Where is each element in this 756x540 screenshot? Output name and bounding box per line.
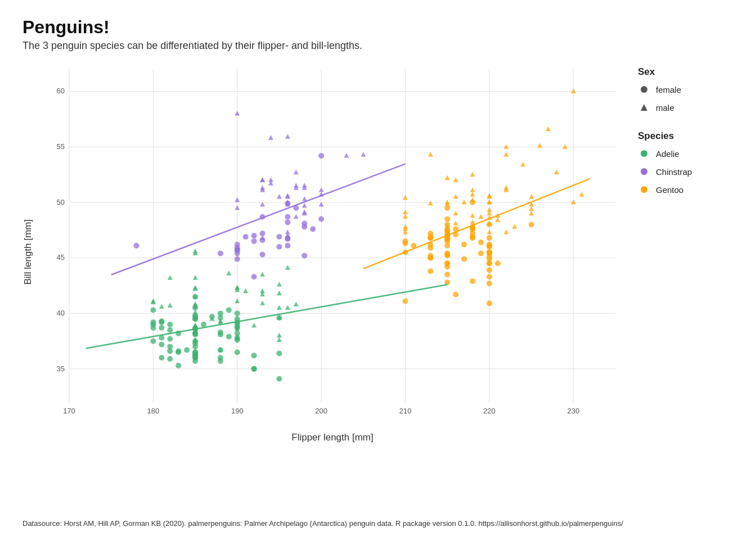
legend-item-male: male	[638, 101, 734, 114]
chinstrap-color-icon	[638, 165, 650, 178]
legend-item-adelie: Adelie	[638, 147, 734, 160]
chart-area: Bill length [mm] Flipper length [mm] Sex…	[22, 61, 734, 512]
plot-inner: Flipper length [mm]	[38, 61, 627, 443]
legend-item-female: female	[638, 83, 734, 96]
x-axis-label: Flipper length [mm]	[38, 432, 627, 443]
adelie-color-icon	[638, 147, 650, 160]
chinstrap-label: Chinstrap	[656, 167, 692, 177]
gentoo-label: Gentoo	[656, 185, 683, 195]
female-label: female	[656, 85, 681, 94]
species-legend-title: Species	[638, 130, 734, 142]
svg-point-4	[641, 186, 647, 193]
sex-legend-title: Sex	[638, 66, 734, 78]
datasource: Datasource: Horst AM, Hill AP, Gorman KB…	[22, 518, 734, 529]
canvas-wrap	[38, 61, 627, 428]
legend-item-gentoo: Gentoo	[638, 183, 734, 196]
male-icon	[638, 101, 650, 114]
svg-point-2	[641, 150, 647, 157]
legend-spacer	[638, 119, 734, 130]
gentoo-color-icon	[638, 183, 650, 196]
chart-title: Penguins!	[22, 17, 734, 38]
plot-container: Bill length [mm] Flipper length [mm]	[22, 61, 627, 443]
legend-item-chinstrap: Chinstrap	[638, 165, 734, 178]
chart-subtitle: The 3 penguin species can be differentia…	[22, 40, 734, 52]
page: Penguins! The 3 penguin species can be d…	[0, 0, 756, 540]
svg-marker-1	[641, 104, 647, 111]
scatter-plot	[38, 61, 627, 428]
adelie-label: Adelie	[656, 149, 680, 159]
svg-point-0	[641, 86, 647, 93]
svg-point-3	[641, 168, 647, 175]
y-axis-label: Bill length [mm]	[22, 61, 34, 443]
legend: Sex female male Species Adelie	[627, 61, 734, 201]
male-label: male	[656, 103, 674, 112]
female-icon	[638, 83, 650, 96]
